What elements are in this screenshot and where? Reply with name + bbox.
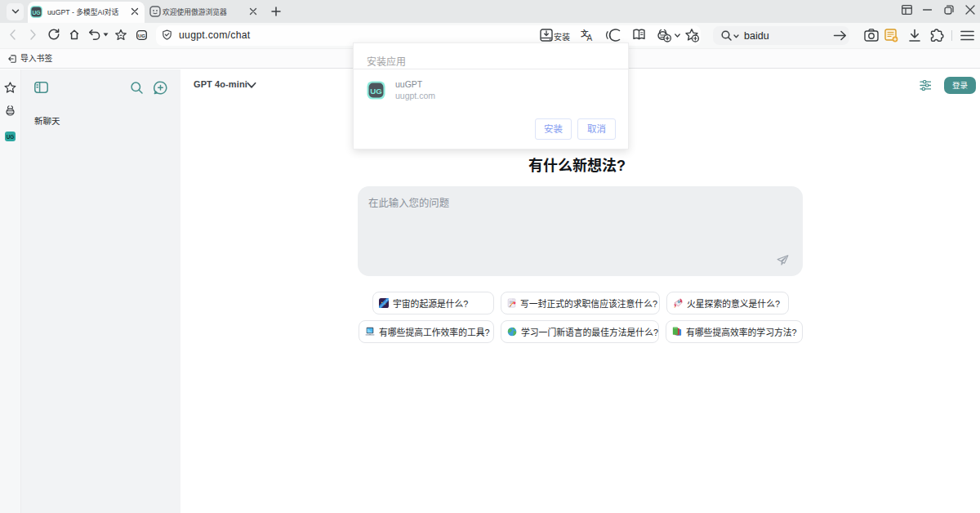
svg-text:UG: UG	[370, 87, 381, 96]
svg-text:UG: UG	[7, 134, 15, 140]
svg-text:UG: UG	[32, 10, 40, 16]
svg-text:UG: UG	[138, 33, 145, 38]
svg-text:A: A	[587, 33, 593, 42]
